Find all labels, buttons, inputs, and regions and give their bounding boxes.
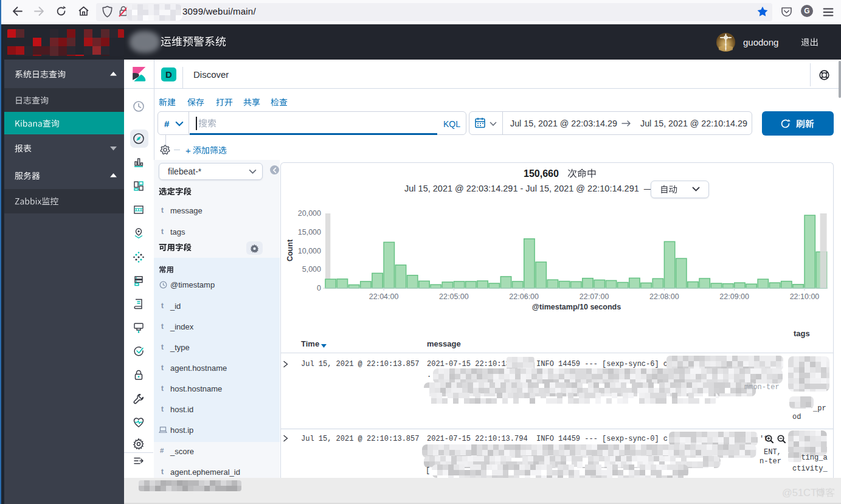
svg-text:10,000: 10,000 — [298, 247, 321, 255]
svg-text:22:07:00: 22:07:00 — [580, 292, 609, 301]
svg-text:22:08:00: 22:08:00 — [649, 292, 679, 301]
svg-text:20,000: 20,000 — [298, 209, 321, 218]
svg-text:15,000: 15,000 — [298, 228, 321, 236]
svg-text:22:06:00: 22:06:00 — [509, 292, 539, 301]
svg-text:0: 0 — [317, 284, 321, 292]
svg-text:@timestamp/10 seconds: @timestamp/10 seconds — [532, 303, 621, 311]
svg-text:22:05:00: 22:05:00 — [439, 292, 469, 301]
svg-text:22:10:00: 22:10:00 — [790, 292, 820, 301]
svg-text:Count: Count — [286, 239, 294, 261]
svg-text:22:09:00: 22:09:00 — [719, 292, 749, 301]
svg-text:22:04:00: 22:04:00 — [369, 292, 399, 301]
svg-text:5,000: 5,000 — [302, 265, 321, 274]
